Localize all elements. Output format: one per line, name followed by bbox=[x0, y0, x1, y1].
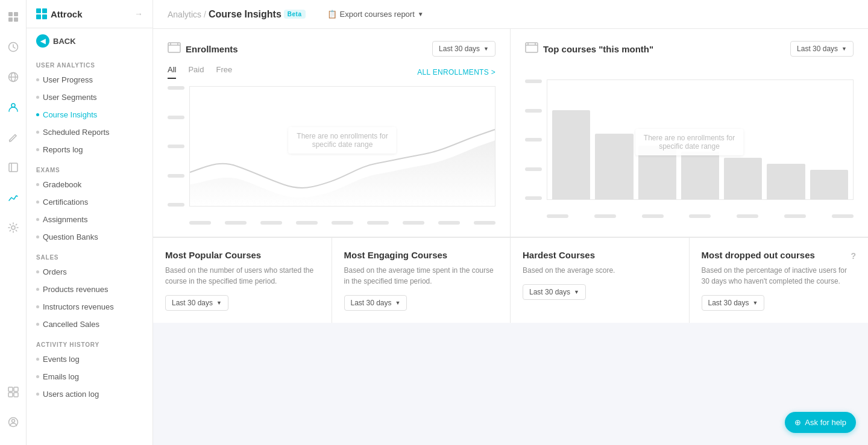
sidebar-item-course-insights[interactable]: Course Insights bbox=[27, 106, 153, 123]
bar-chart-container bbox=[547, 79, 854, 200]
sidebar-item-events-log[interactable]: Events log bbox=[27, 350, 153, 368]
top-courses-date-label: Last 30 days bbox=[797, 45, 838, 53]
top-courses-panel-header: Top courses "this month" Last 30 days ▼ bbox=[525, 41, 854, 57]
dropped-dropdown-chevron: ▼ bbox=[753, 300, 758, 306]
logo-grid-icon bbox=[36, 8, 47, 19]
svg-rect-2 bbox=[8, 17, 13, 22]
beta-badge: Beta bbox=[284, 10, 306, 19]
bottom-cards: Most Popular Courses Based on the number… bbox=[153, 237, 868, 323]
insight-card-engaging-title: Most Engaging Courses bbox=[344, 250, 498, 260]
back-label: BACK bbox=[53, 37, 76, 46]
section-label-user-analytics: USER ANALYTICS bbox=[27, 54, 153, 71]
sidebar-item-emails-log[interactable]: Emails log bbox=[27, 368, 153, 385]
insight-card-hardest: Hardest Courses Based on the average sco… bbox=[511, 238, 690, 323]
logout-icon[interactable]: → bbox=[134, 9, 143, 19]
app-logo: Attrock bbox=[36, 8, 83, 19]
sidebar-icon-person[interactable] bbox=[4, 98, 23, 117]
insight-card-popular-desc: Based on the number of users who started… bbox=[165, 265, 319, 287]
hardest-courses-date-label: Last 30 days bbox=[529, 288, 570, 296]
ask-help-button[interactable]: ⊕ Ask for help bbox=[785, 412, 856, 433]
sidebar-icon-book[interactable] bbox=[4, 158, 23, 177]
insight-card-engaging: Most Engaging Courses Based on the avera… bbox=[332, 238, 511, 323]
sidebar-item-user-segments[interactable]: User Segments bbox=[27, 89, 153, 106]
enrollments-date-label: Last 30 days bbox=[439, 45, 480, 53]
top-courses-title: Top courses "this month" bbox=[543, 44, 653, 54]
top-courses-title-row: Top courses "this month" bbox=[525, 42, 653, 56]
sidebar-item-orders[interactable]: Orders bbox=[27, 263, 153, 281]
sidebar-icon-clock[interactable] bbox=[4, 37, 23, 57]
engaging-courses-date-dropdown[interactable]: Last 30 days ▼ bbox=[344, 295, 407, 311]
insight-card-dropped-desc: Based on the percentage of inactive user… bbox=[702, 265, 857, 287]
enrollments-panel: Enrollments Last 30 days ▼ All Paid Free… bbox=[153, 29, 511, 237]
svg-point-15 bbox=[11, 420, 14, 423]
sidebar-item-user-progress[interactable]: User Progress bbox=[27, 71, 153, 89]
popular-courses-date-label: Last 30 days bbox=[172, 299, 213, 307]
chart-area: There are no enrollments for specific da… bbox=[189, 86, 495, 207]
popular-courses-date-dropdown[interactable]: Last 30 days ▼ bbox=[165, 295, 228, 311]
sidebar-item-gradebook[interactable]: Gradebook bbox=[27, 176, 153, 193]
insight-card-popular-footer: Last 30 days ▼ bbox=[165, 295, 319, 311]
insight-card-popular: Most Popular Courses Based on the number… bbox=[153, 238, 332, 323]
svg-point-9 bbox=[11, 226, 15, 229]
sidebar-item-instructors-revenues[interactable]: Instructors revenues bbox=[27, 298, 153, 316]
sidebar-icon-gear[interactable] bbox=[4, 218, 23, 237]
sidebar-icon-grid[interactable] bbox=[4, 382, 23, 402]
export-button[interactable]: 📋 Export courses report ▼ bbox=[322, 7, 429, 21]
hardest-courses-date-dropdown[interactable]: Last 30 days ▼ bbox=[523, 284, 586, 300]
svg-rect-11 bbox=[14, 387, 18, 391]
sidebar-item-assignments[interactable]: Assignments bbox=[27, 211, 153, 228]
sidebar-icon-globe[interactable] bbox=[4, 67, 23, 87]
insight-card-dropped: Most dropped out courses ? Based on the … bbox=[690, 238, 869, 323]
nav-sidebar: Attrock → ◀ BACK USER ANALYTICS User Pro… bbox=[27, 0, 153, 445]
engaging-courses-date-label: Last 30 days bbox=[351, 299, 392, 307]
bar-4 bbox=[681, 152, 719, 199]
sidebar-item-users-action-log[interactable]: Users action log bbox=[27, 385, 153, 403]
tab-paid[interactable]: Paid bbox=[188, 65, 204, 79]
nav-back-button[interactable]: ◀ BACK bbox=[27, 28, 153, 54]
sidebar-item-cancelled-sales[interactable]: Cancelled Sales bbox=[27, 316, 153, 333]
bar-1 bbox=[552, 110, 590, 200]
ask-help-label: Ask for help bbox=[805, 418, 846, 427]
enrollments-title: Enrollments bbox=[186, 44, 238, 54]
bar-5 bbox=[724, 158, 762, 199]
export-chevron-icon: ▼ bbox=[418, 11, 424, 17]
section-label-exams: EXAMS bbox=[27, 158, 153, 176]
insight-card-question-icon: ? bbox=[851, 251, 856, 261]
top-courses-icon bbox=[525, 42, 538, 56]
chart-x-labels bbox=[189, 209, 495, 225]
sidebar-icon-home[interactable] bbox=[4, 7, 23, 26]
dropped-courses-date-dropdown[interactable]: Last 30 days ▼ bbox=[702, 295, 765, 311]
ask-help-icon: ⊕ bbox=[794, 418, 801, 427]
insight-card-hardest-desc: Based on the average score. bbox=[523, 265, 677, 276]
sidebar-item-certifications[interactable]: Certifications bbox=[27, 193, 153, 211]
all-enrollments-link[interactable]: ALL ENROLLMENTS > bbox=[417, 68, 495, 76]
sidebar-item-scheduled-reports[interactable]: Scheduled Reports bbox=[27, 123, 153, 141]
section-label-activity-history: ACTIVITY HISTORY bbox=[27, 333, 153, 350]
bar-3 bbox=[638, 146, 676, 199]
enrollments-panel-header: Enrollments Last 30 days ▼ bbox=[168, 41, 495, 57]
enrollments-dropdown-chevron: ▼ bbox=[483, 46, 489, 52]
svg-rect-16 bbox=[168, 43, 180, 52]
sidebar-icon-pencil[interactable] bbox=[4, 128, 23, 147]
enrollments-date-dropdown[interactable]: Last 30 days ▼ bbox=[432, 41, 495, 57]
bar-2 bbox=[595, 134, 633, 199]
sidebar-item-question-banks[interactable]: Question Banks bbox=[27, 228, 153, 246]
app-header: Attrock → bbox=[27, 0, 153, 28]
svg-rect-3 bbox=[14, 17, 18, 22]
top-bar: Analytics / Course Insights Beta 📋 Expor… bbox=[153, 0, 868, 29]
insight-card-popular-title: Most Popular Courses bbox=[165, 250, 319, 260]
top-courses-date-dropdown[interactable]: Last 30 days ▼ bbox=[790, 41, 854, 57]
charts-row: Enrollments Last 30 days ▼ All Paid Free… bbox=[153, 29, 868, 237]
sidebar-item-reports-log[interactable]: Reports log bbox=[27, 141, 153, 158]
insight-card-engaging-footer: Last 30 days ▼ bbox=[344, 295, 498, 311]
sidebar-icon-chart[interactable] bbox=[4, 188, 23, 207]
app-name: Attrock bbox=[51, 9, 83, 19]
tab-all[interactable]: All bbox=[168, 65, 176, 79]
tab-free[interactable]: Free bbox=[216, 65, 232, 79]
enrollments-tab-list: All Paid Free bbox=[168, 65, 232, 79]
sidebar-item-products-revenues[interactable]: Products revenues bbox=[27, 281, 153, 298]
svg-rect-10 bbox=[8, 387, 13, 391]
sidebar-icon-user-circle[interactable] bbox=[4, 412, 23, 432]
hardest-dropdown-chevron: ▼ bbox=[574, 289, 579, 295]
top-courses-dropdown-chevron: ▼ bbox=[841, 46, 847, 52]
